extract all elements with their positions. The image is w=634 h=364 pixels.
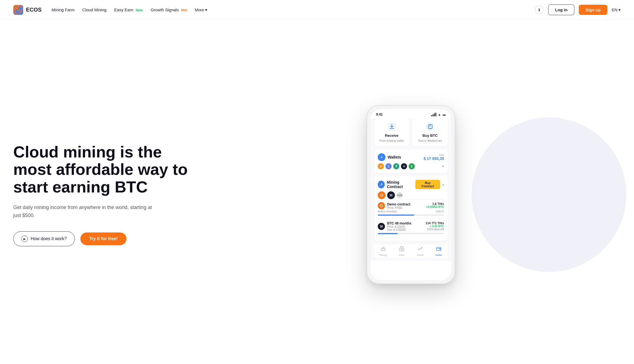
buy-btc-subtitle: Visa or MasterCard	[418, 139, 442, 142]
nav-farm[interactable]: Farm	[392, 246, 411, 256]
login-button[interactable]: Log in	[548, 4, 574, 15]
buy-btc-card[interactable]: Buy BTC Visa or MasterCard	[412, 119, 448, 146]
action-cards: Receive From existing wallet	[374, 119, 448, 146]
phone-status-bar: 9:41 ▲ ▬	[371, 109, 451, 119]
nav-mining[interactable]: Mining	[374, 246, 392, 256]
btc-contract-fee: Fee: $ 0.00000	[387, 228, 411, 231]
wallet-total-value: $ 17 850,35	[424, 156, 444, 161]
btc-progress-bar	[378, 233, 444, 234]
phone-content: Receive From existing wallet	[371, 119, 451, 261]
buy-contract-button[interactable]: Buy Contract	[415, 180, 440, 189]
demo-timing: Before Activating: 2:45:57	[378, 210, 444, 213]
mining-nav-label: Mining	[379, 254, 387, 256]
btc-progress-fill	[378, 233, 398, 234]
svg-rect-3	[19, 10, 21, 12]
mining-header: Mining Contract Buy Contract ▴	[378, 180, 444, 189]
hero-subtitle: Get daily mining income from anywhere in…	[13, 204, 157, 220]
nav-right: ⬇ Log in Sign up EN ▾	[535, 4, 621, 15]
svg-rect-11	[381, 249, 385, 251]
svg-rect-1	[19, 7, 21, 10]
usdt-coin: ₮	[393, 163, 399, 169]
eth-coin: Ξ	[385, 163, 392, 169]
demo-contract-left: Demo contract Price: FREE	[378, 202, 410, 209]
nav-invest[interactable]: Invest	[411, 246, 429, 256]
mining-contract-title: Mining Contract	[387, 180, 413, 189]
mining-contract-icon	[378, 181, 385, 188]
logo-icon	[13, 5, 23, 15]
nav-links: Mining Farm Cloud Mining Easy Earn New G…	[52, 7, 208, 12]
contract-circles: 30 +100	[378, 191, 444, 199]
circle-plus-100: +100	[397, 192, 403, 198]
wallet-total-label: Total	[424, 154, 444, 156]
buy-btc-title: Buy BTC	[422, 133, 438, 138]
svg-rect-13	[401, 249, 402, 250]
wallet-total-area: Total $ 17 850,35	[424, 154, 444, 161]
btc-contract-header: 30 BTC 49 months Price: $ 10000 Fee: $ 0…	[378, 221, 444, 231]
usd-coin: $	[409, 163, 415, 169]
farm-nav-icon	[399, 246, 405, 253]
mining-chevron-icon: ▴	[442, 183, 444, 186]
demo-contract-right: 1,6 TH/s +0.00003 BTC	[426, 202, 444, 208]
signal-icon	[431, 113, 436, 116]
circle-30: 30	[387, 191, 395, 199]
chevron-down-icon-lang: ▾	[619, 7, 621, 12]
phone-mockup: 9:41 ▲ ▬	[367, 105, 455, 284]
before-activating-label: Before Activating:	[378, 210, 397, 213]
chevron-down-icon: ▾	[205, 7, 207, 12]
btc-coin: ₿	[378, 163, 384, 169]
demo-contract-info: Demo contract Price: FREE	[387, 202, 410, 209]
hero-left: Cloud mining is the most affordable way …	[13, 143, 201, 247]
nav-easy-earn[interactable]: Easy Earn New	[114, 7, 143, 12]
phone-frame: 9:41 ▲ ▬	[367, 105, 455, 284]
wallets-icon	[378, 153, 385, 161]
btc-contract-left: 30 BTC 49 months Price: $ 10000 Fee: $ 0…	[378, 221, 411, 231]
hero-section: Cloud mining is the most affordable way …	[0, 20, 634, 364]
demo-contract-name: Demo contract	[387, 202, 410, 206]
play-icon: ▶	[21, 235, 28, 242]
demo-ths: 1,6 TH/s	[426, 202, 444, 205]
nav-growth-signals[interactable]: Growth Signals Hot	[151, 7, 187, 12]
wallets-label: Wallets	[388, 155, 401, 159]
contract-timer-icon	[378, 191, 385, 199]
wallet-nav-icon	[436, 246, 442, 253]
language-selector[interactable]: EN ▾	[612, 7, 621, 12]
try-free-button[interactable]: Try it for free!	[80, 232, 126, 245]
wallet-left: Wallets	[378, 153, 401, 161]
phone-screen: 9:41 ▲ ▬	[371, 109, 451, 280]
nav-left: ECOS Mining Farm Cloud Mining Easy Earn …	[13, 5, 207, 15]
download-icon[interactable]: ⬇	[535, 6, 544, 14]
nav-cloud-mining[interactable]: Cloud Mining	[82, 7, 107, 12]
receive-title: Receive	[385, 133, 398, 138]
nav-mining-farm[interactable]: Mining Farm	[52, 7, 75, 12]
badge-hot: Hot	[181, 8, 187, 12]
navbar: ECOS Mining Farm Cloud Mining Easy Earn …	[0, 0, 634, 20]
demo-contract-price: Price: FREE	[387, 206, 410, 209]
demo-contract-header: Demo contract Price: FREE 1,6 TH/s +0.00…	[378, 202, 444, 209]
wallet-coins: ₿ Ξ ₮ ✕ $ ▾	[378, 163, 444, 169]
signup-button[interactable]: Sign up	[579, 5, 607, 15]
demo-contract-row: Demo contract Price: FREE 1,6 TH/s +0.00…	[378, 199, 444, 218]
nav-wallet[interactable]: Wallet	[429, 246, 448, 256]
receive-card[interactable]: Receive From existing wallet	[374, 119, 410, 146]
svg-rect-0	[16, 7, 18, 10]
wallet-nav-label: Wallet	[435, 254, 442, 256]
btc-contract-right: 114 771 TH/s + 0.05 BTC 1420 days left	[426, 221, 444, 231]
background-circle	[472, 117, 626, 272]
badge-new: New	[136, 8, 143, 12]
buy-btc-icon	[426, 122, 434, 132]
how-it-works-button[interactable]: ▶ How does it work?	[13, 231, 75, 246]
btc-contract-info: BTC 49 months Price: $ 10000 Fee: $ 0.00…	[387, 221, 411, 231]
xrp-coin: ✕	[401, 163, 407, 169]
receive-subtitle: From existing wallet	[379, 139, 404, 142]
nav-more[interactable]: More ▾	[195, 7, 207, 12]
logo[interactable]: ECOS	[13, 5, 42, 15]
invest-nav-label: Invest	[417, 254, 423, 256]
svg-rect-2	[16, 10, 18, 12]
demo-contract-icon	[378, 202, 385, 209]
lang-label: EN	[612, 7, 617, 12]
btc-contract-price: Price: $ 10000	[387, 225, 411, 228]
btc-btc: + 0.05 BTC	[426, 225, 444, 228]
btc-contract-name: BTC 49 months	[387, 221, 411, 225]
hero-actions: ▶ How does it work? Try it for free!	[13, 231, 201, 246]
demo-progress-fill	[378, 215, 414, 216]
